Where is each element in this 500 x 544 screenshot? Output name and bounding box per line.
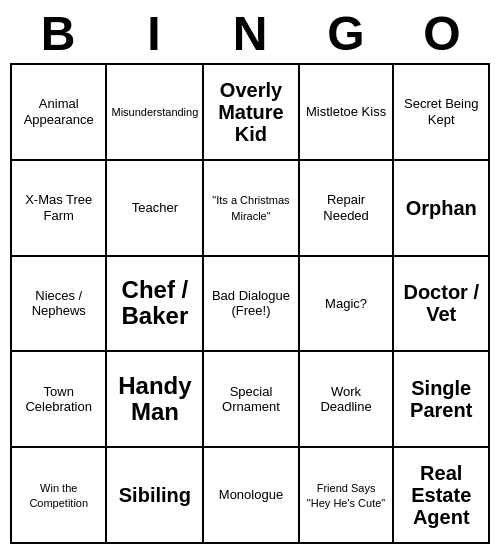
table-row: Monologue: [203, 447, 298, 543]
letter-o: O: [402, 6, 482, 61]
table-row: Secret Being Kept: [393, 64, 489, 160]
table-row: X-Mas Tree Farm: [11, 160, 106, 256]
table-row: Special Ornament: [203, 351, 298, 447]
table-row: Overly Mature Kid: [203, 64, 298, 160]
letter-i: I: [114, 6, 194, 61]
table-row: Town Celebration: [11, 351, 106, 447]
table-row: Friend Says "Hey He's Cute": [299, 447, 394, 543]
letter-n: N: [210, 6, 290, 61]
table-row: Nieces / Nephews: [11, 256, 106, 352]
bingo-title: B I N G O: [10, 0, 490, 63]
bingo-grid: Animal AppearanceMisunderstandingOverly …: [10, 63, 490, 544]
table-row: Work Deadline: [299, 351, 394, 447]
letter-b: B: [18, 6, 98, 61]
table-row: Sibiling: [106, 447, 203, 543]
table-row: Real Estate Agent: [393, 447, 489, 543]
table-row: Repair Needed: [299, 160, 394, 256]
table-row: Magic?: [299, 256, 394, 352]
table-row: Misunderstanding: [106, 64, 203, 160]
table-row: Orphan: [393, 160, 489, 256]
table-row: Chef / Baker: [106, 256, 203, 352]
table-row: Doctor / Vet: [393, 256, 489, 352]
table-row: "Its a Christmas Miracle": [203, 160, 298, 256]
letter-g: G: [306, 6, 386, 61]
table-row: Win the Competition: [11, 447, 106, 543]
table-row: Single Parent: [393, 351, 489, 447]
table-row: Bad Dialogue (Free!): [203, 256, 298, 352]
table-row: Mistletoe Kiss: [299, 64, 394, 160]
table-row: Handy Man: [106, 351, 203, 447]
table-row: Teacher: [106, 160, 203, 256]
table-row: Animal Appearance: [11, 64, 106, 160]
